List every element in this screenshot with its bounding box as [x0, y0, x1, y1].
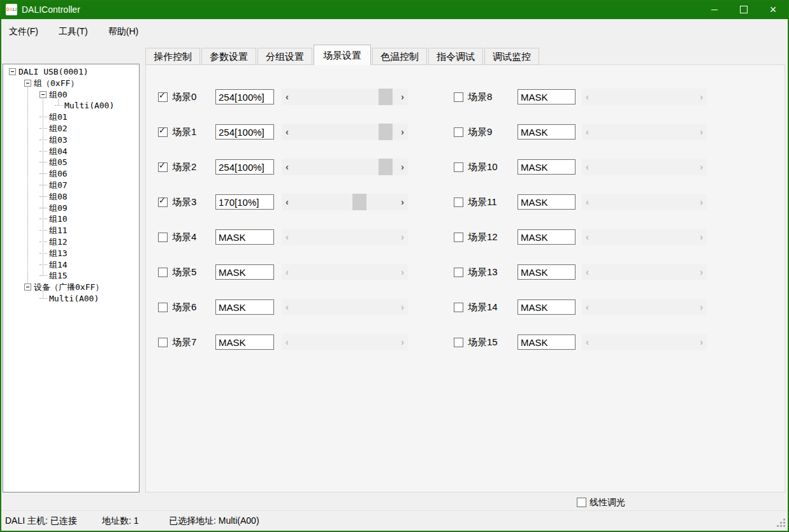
slider-left-arrow-icon[interactable]: ‹ [582, 264, 593, 280]
scene-value-input[interactable] [518, 264, 575, 280]
tab-scene-settings[interactable]: 场景设置 [314, 45, 371, 65]
slider-left-arrow-icon[interactable]: ‹ [582, 124, 593, 140]
scene-value-input[interactable] [215, 299, 274, 315]
slider-left-arrow-icon[interactable]: ‹ [282, 264, 293, 280]
tree-item[interactable]: 组08 [40, 191, 68, 202]
scene-value-input[interactable] [518, 334, 575, 350]
slider-left-arrow-icon[interactable]: ‹ [282, 89, 293, 105]
tab-command-debug[interactable]: 指令调试 [428, 48, 483, 65]
slider-right-arrow-icon[interactable]: › [696, 229, 707, 245]
slider-left-arrow-icon[interactable]: ‹ [282, 124, 293, 140]
slider-right-arrow-icon[interactable]: › [397, 159, 408, 175]
scene-checkbox[interactable]: ✓ [158, 127, 168, 137]
slider-right-arrow-icon[interactable]: › [397, 229, 408, 245]
tab-grouping-settings[interactable]: 分组设置 [257, 48, 312, 65]
slider-thumb[interactable] [379, 89, 393, 105]
scene-value-input[interactable] [215, 194, 274, 210]
tree-item[interactable]: 组07 [40, 180, 68, 191]
slider-right-arrow-icon[interactable]: › [696, 124, 707, 140]
tree-item[interactable]: 组05 [40, 157, 68, 168]
scene-value-input[interactable] [215, 159, 274, 175]
scene-value-input[interactable] [215, 229, 274, 245]
tree-item[interactable]: Multi(A00) [55, 100, 114, 111]
slider-right-arrow-icon[interactable]: › [397, 194, 408, 210]
scene-checkbox[interactable] [454, 233, 463, 242]
scene-value-input[interactable] [518, 229, 575, 245]
slider-right-arrow-icon[interactable]: › [397, 124, 408, 140]
scene-checkbox[interactable]: ✓ [158, 198, 168, 207]
slider-right-arrow-icon[interactable]: › [696, 299, 707, 315]
tree-expander-icon[interactable] [24, 284, 31, 291]
minimize-button[interactable]: ─ [700, 0, 729, 19]
slider-right-arrow-icon[interactable]: › [397, 264, 408, 280]
tree-item[interactable]: 组03 [40, 134, 68, 145]
tree-item[interactable]: 组06 [40, 168, 68, 179]
scene-checkbox[interactable] [454, 162, 463, 172]
slider-right-arrow-icon[interactable]: › [397, 299, 408, 315]
scene-slider[interactable]: ‹ › [582, 229, 707, 245]
slider-thumb[interactable] [352, 194, 366, 210]
scene-checkbox[interactable] [158, 303, 168, 312]
menu-item[interactable]: 工具(T) [52, 23, 94, 40]
scene-slider[interactable]: ‹ › [282, 194, 408, 210]
slider-left-arrow-icon[interactable]: ‹ [282, 299, 293, 315]
scene-slider[interactable]: ‹ › [282, 264, 408, 280]
scene-slider[interactable]: ‹ › [582, 124, 707, 140]
slider-left-arrow-icon[interactable]: ‹ [282, 194, 293, 210]
scene-checkbox[interactable] [158, 338, 168, 347]
scene-value-input[interactable] [215, 334, 274, 350]
scene-slider[interactable]: ‹ › [282, 159, 408, 175]
scene-slider[interactable]: ‹ › [582, 159, 707, 175]
scene-slider[interactable]: ‹ › [282, 124, 408, 140]
tree-item[interactable]: 组（0xFF） [24, 78, 78, 89]
resize-grip-icon[interactable] [777, 519, 779, 521]
tree-item[interactable]: 组13 [40, 248, 68, 259]
maximize-button[interactable] [729, 0, 758, 19]
tree-item[interactable]: DALI USB(0001) [9, 66, 89, 77]
tree-item[interactable]: 组10 [40, 213, 68, 224]
tree-expander-icon[interactable] [9, 68, 16, 75]
slider-right-arrow-icon[interactable]: › [696, 264, 707, 280]
tree-item[interactable]: Multi(A00) [40, 293, 99, 304]
scene-slider[interactable]: ‹ › [282, 229, 408, 245]
tree-item[interactable]: 组01 [40, 111, 68, 122]
slider-left-arrow-icon[interactable]: ‹ [582, 299, 593, 315]
tree-item[interactable]: 组15 [40, 270, 68, 281]
slider-right-arrow-icon[interactable]: › [696, 194, 707, 210]
tree-item[interactable]: 组00 [40, 89, 68, 100]
scene-value-input[interactable] [518, 299, 575, 315]
tab-debug-monitor[interactable]: 调试监控 [484, 48, 539, 65]
scene-value-input[interactable] [215, 89, 274, 104]
slider-right-arrow-icon[interactable]: › [696, 334, 707, 350]
slider-left-arrow-icon[interactable]: ‹ [282, 334, 293, 350]
scene-value-input[interactable] [215, 124, 274, 140]
scene-value-input[interactable] [518, 89, 575, 104]
menu-item[interactable]: 文件(F) [3, 23, 45, 40]
scene-checkbox[interactable] [454, 268, 463, 277]
scene-checkbox[interactable] [158, 268, 168, 277]
tree-item[interactable]: 组12 [40, 236, 68, 247]
tree-item[interactable]: 组11 [40, 225, 68, 236]
tree-item[interactable]: 组04 [40, 146, 68, 157]
slider-right-arrow-icon[interactable]: › [696, 159, 707, 175]
tree-expander-icon[interactable] [40, 91, 47, 98]
scene-checkbox[interactable] [454, 127, 463, 137]
scene-checkbox[interactable] [454, 303, 463, 312]
scene-checkbox[interactable] [454, 198, 463, 207]
slider-left-arrow-icon[interactable]: ‹ [582, 334, 593, 350]
scene-slider[interactable]: ‹ › [582, 264, 707, 280]
slider-right-arrow-icon[interactable]: › [397, 89, 408, 105]
slider-left-arrow-icon[interactable]: ‹ [582, 89, 593, 105]
tree-item[interactable]: 组02 [40, 123, 68, 134]
slider-thumb[interactable] [379, 159, 393, 175]
tree-item[interactable]: 设备（广播0xFF） [24, 282, 103, 292]
scene-slider[interactable]: ‹ › [282, 299, 408, 315]
scene-checkbox[interactable] [158, 233, 168, 242]
slider-right-arrow-icon[interactable]: › [397, 334, 408, 350]
scene-slider[interactable]: ‹ › [282, 334, 408, 350]
slider-left-arrow-icon[interactable]: ‹ [582, 159, 593, 175]
scene-checkbox[interactable]: ✓ [158, 162, 168, 172]
close-button[interactable]: × [758, 0, 788, 19]
tree-item[interactable]: 组09 [40, 203, 68, 213]
scene-slider[interactable]: ‹ › [582, 194, 707, 210]
